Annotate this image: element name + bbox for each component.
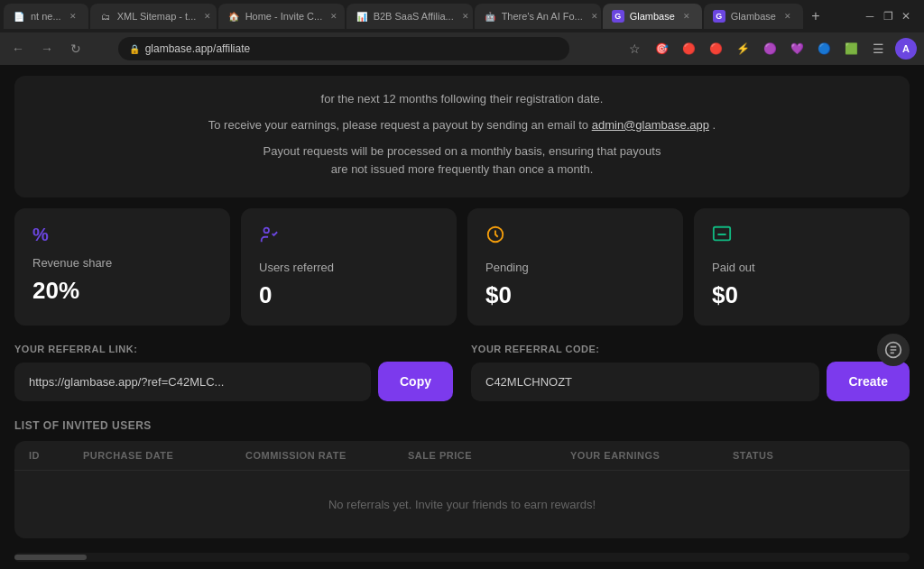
tab-6-close[interactable]: ✕: [680, 10, 693, 23]
extension-icon-1[interactable]: 🎯: [651, 38, 673, 60]
referral-link-input[interactable]: [14, 363, 371, 401]
address-bar[interactable]: 🔒 glambase.app/affiliate: [118, 37, 569, 60]
table-header: ID PURCHASE DATE COMMISSION RATE SALE PR…: [14, 441, 910, 471]
referred-icon: [259, 225, 439, 250]
stat-card-paidout: Paid out $0: [694, 208, 910, 326]
forward-button[interactable]: →: [36, 38, 58, 60]
tab-4[interactable]: 📊 B2B SaaS Affilia... ✕: [346, 4, 473, 29]
tab-2[interactable]: 🗂 XML Sitemap - t... ✕: [90, 4, 217, 29]
invited-users-section: LIST OF INVITED USERS ID PURCHASE DATE C…: [14, 419, 910, 538]
paidout-icon: [712, 225, 892, 250]
back-button[interactable]: ←: [7, 38, 29, 60]
copy-button[interactable]: Copy: [378, 362, 453, 401]
scrollbar-thumb: [14, 555, 87, 560]
invited-users-title: LIST OF INVITED USERS: [14, 419, 910, 432]
referral-code-row: Create: [471, 362, 910, 401]
info-section: for the next 12 months following their r…: [14, 76, 910, 197]
create-button[interactable]: Create: [827, 362, 910, 401]
lock-icon: 🔒: [129, 44, 140, 54]
tab-7-favicon: G: [713, 10, 725, 23]
col-sale-price: SALE PRICE: [408, 450, 570, 461]
referral-code-label: YOUR REFERRAL CODE:: [471, 344, 910, 354]
tab-7-label: Glambase: [731, 11, 776, 22]
tab-7[interactable]: G Glambase ✕: [704, 4, 803, 29]
tab-6-favicon: G: [612, 10, 624, 23]
tab-3[interactable]: 🏠 Home - Invite C... ✕: [218, 4, 345, 29]
referral-link-label: YOUR REFERRAL LINK:: [14, 344, 453, 354]
extension-icon-7[interactable]: 🔵: [814, 38, 836, 60]
tab-bar: 📄 nt ne... ✕ 🗂 XML Sitemap - t... ✕ 🏠 Ho…: [0, 0, 924, 32]
tab-6-label: Glambase: [630, 11, 675, 22]
extension-icon-8[interactable]: 🟩: [841, 38, 863, 60]
referral-code-input[interactable]: [471, 363, 819, 401]
sidebar-toggle[interactable]: ☰: [868, 38, 890, 60]
pending-icon: [485, 225, 665, 250]
star-icon[interactable]: ☆: [624, 38, 646, 60]
tab-6[interactable]: G Glambase ✕: [603, 4, 702, 29]
svg-rect-2: [714, 227, 730, 241]
tab-5-close[interactable]: ✕: [588, 10, 601, 23]
stats-grid: % Revenue share 20% Users referred 0 Pen…: [14, 208, 910, 326]
tab-3-favicon: 🏠: [227, 10, 240, 23]
stat-card-referred: Users referred 0: [241, 208, 457, 326]
col-status: STATUS: [733, 450, 895, 461]
col-commission-rate: COMMISSION RATE: [245, 450, 408, 461]
toolbar-icons: ☆ 🎯 🔴 🔴 ⚡ 🟣 💜 🔵 🟩 ☰ A: [624, 38, 917, 60]
restore-button[interactable]: ❐: [881, 9, 895, 23]
revenue-value: 20%: [32, 277, 212, 305]
address-text: glambase.app/affiliate: [145, 42, 251, 55]
svg-point-0: [264, 228, 270, 233]
page-content: for the next 12 months following their r…: [0, 65, 924, 569]
address-bar-row: ← → ↻ 🔒 glambase.app/affiliate ☆ 🎯 🔴 🔴 ⚡…: [0, 32, 924, 65]
extension-icon-4[interactable]: ⚡: [733, 38, 754, 60]
tab-1[interactable]: 📄 nt ne... ✕: [4, 4, 88, 29]
table-empty-message: No referrals yet. Invite your friends to…: [14, 471, 910, 538]
tab-1-close[interactable]: ✕: [67, 10, 79, 23]
tab-3-close[interactable]: ✕: [328, 10, 340, 23]
info-text-3: .: [713, 118, 716, 132]
tab-5-favicon: 🤖: [484, 10, 496, 23]
close-button[interactable]: ✕: [899, 9, 913, 23]
col-purchase-date: PURCHASE DATE: [83, 450, 245, 461]
extension-icon-2[interactable]: 🔴: [679, 38, 700, 60]
extension-icon-5[interactable]: 🟣: [760, 38, 781, 60]
referred-label: Users referred: [259, 261, 439, 274]
tab-7-close[interactable]: ✕: [781, 10, 794, 23]
tab-4-label: B2B SaaS Affilia...: [374, 11, 454, 22]
browser-chrome: 📄 nt ne... ✕ 🗂 XML Sitemap - t... ✕ 🏠 Ho…: [0, 0, 924, 65]
paidout-label: Paid out: [712, 261, 892, 274]
col-id: ID: [29, 450, 83, 461]
info-email-link[interactable]: admin@glambase.app: [592, 118, 709, 132]
reload-button[interactable]: ↻: [65, 38, 87, 60]
col-earnings: YOUR EARNINGS: [570, 450, 733, 461]
minimize-button[interactable]: ─: [863, 9, 877, 23]
tab-5[interactable]: 🤖 There's An AI Fo... ✕: [475, 4, 601, 29]
tab-2-favicon: 🗂: [99, 10, 112, 23]
extension-icon-6[interactable]: 💜: [787, 38, 808, 60]
info-line-2: To receive your earnings, please request…: [123, 116, 801, 135]
referral-section: YOUR REFERRAL LINK: Copy YOUR REFERRAL C…: [14, 344, 910, 401]
paidout-value: $0: [712, 281, 892, 309]
info-line-3: Payout requests will be processed on a m…: [123, 142, 801, 161]
tab-4-close[interactable]: ✕: [459, 10, 472, 23]
referred-value: 0: [259, 281, 439, 309]
revenue-icon: %: [32, 225, 212, 245]
tab-4-favicon: 📊: [356, 10, 368, 23]
tab-5-label: There's An AI Fo...: [502, 11, 583, 22]
profile-icon[interactable]: A: [895, 38, 917, 60]
extension-icon-3[interactable]: 🔴: [706, 38, 727, 60]
info-text-2: To receive your earnings, please request…: [208, 118, 588, 132]
stat-card-revenue: % Revenue share 20%: [14, 208, 230, 326]
new-tab-button[interactable]: +: [805, 5, 827, 27]
tab-1-label: nt ne...: [31, 11, 61, 22]
horizontal-scrollbar[interactable]: [14, 553, 910, 562]
tab-3-label: Home - Invite C...: [245, 11, 323, 22]
tab-1-favicon: 📄: [13, 10, 25, 23]
floating-chat-widget[interactable]: [877, 334, 910, 366]
revenue-label: Revenue share: [32, 256, 212, 270]
window-controls: ─ ❐ ✕: [863, 9, 920, 23]
tab-2-close[interactable]: ✕: [201, 10, 214, 23]
tab-2-label: XML Sitemap - t...: [117, 11, 197, 22]
invited-users-table: ID PURCHASE DATE COMMISSION RATE SALE PR…: [14, 441, 910, 538]
info-line-4: are not issued more frequently than once…: [123, 161, 801, 179]
